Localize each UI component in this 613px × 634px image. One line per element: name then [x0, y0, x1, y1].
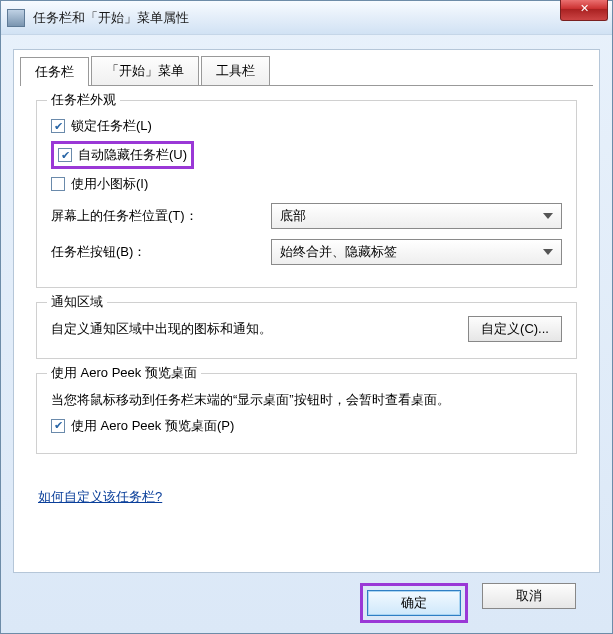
label-aero-peek: 使用 Aero Peek 预览桌面(P) [71, 417, 234, 435]
window-icon [7, 9, 25, 27]
label-small-icons: 使用小图标(I) [71, 175, 148, 193]
notify-desc: 自定义通知区域中出现的图标和通知。 [51, 319, 456, 340]
select-buttons-value: 始终合并、隐藏标签 [280, 243, 397, 261]
checkbox-small-icons[interactable] [51, 177, 65, 191]
content-area: 任务栏 「开始」菜单 工具栏 任务栏外观 锁定任务栏(L) 自动隐藏任务栏(U) [13, 49, 600, 573]
window-title: 任务栏和「开始」菜单属性 [33, 9, 189, 27]
select-buttons[interactable]: 始终合并、隐藏标签 [271, 239, 562, 265]
customize-button[interactable]: 自定义(C)... [468, 316, 562, 342]
row-autohide: 自动隐藏任务栏(U) [51, 141, 562, 169]
properties-dialog: 任务栏和「开始」菜单属性 ✕ 任务栏 「开始」菜单 工具栏 任务栏外观 锁定任务… [0, 0, 613, 634]
label-buttons: 任务栏按钮(B)： [51, 243, 271, 261]
help-link[interactable]: 如何自定义该任务栏? [38, 488, 162, 506]
select-position[interactable]: 底部 [271, 203, 562, 229]
chevron-down-icon [543, 213, 553, 219]
label-autohide: 自动隐藏任务栏(U) [78, 146, 187, 164]
highlight-ok: 确定 [360, 583, 468, 623]
label-position: 屏幕上的任务栏位置(T)： [51, 207, 271, 225]
close-button[interactable]: ✕ [560, 0, 608, 21]
group-notify: 通知区域 自定义通知区域中出现的图标和通知。 自定义(C)... [36, 302, 577, 359]
highlight-autohide: 自动隐藏任务栏(U) [51, 141, 194, 169]
row-small-icons: 使用小图标(I) [51, 175, 562, 193]
row-buttons: 任务栏按钮(B)： 始终合并、隐藏标签 [51, 239, 562, 265]
aero-desc: 当您将鼠标移动到任务栏末端的“显示桌面”按钮时，会暂时查看桌面。 [51, 390, 562, 411]
tab-start-menu[interactable]: 「开始」菜单 [91, 56, 199, 85]
group-appearance: 任务栏外观 锁定任务栏(L) 自动隐藏任务栏(U) 使用小图标(I) [36, 100, 577, 288]
titlebar: 任务栏和「开始」菜单属性 ✕ [1, 1, 612, 35]
dialog-footer: 确定 取消 [1, 583, 612, 623]
group-notify-legend: 通知区域 [47, 293, 107, 311]
checkbox-lock-taskbar[interactable] [51, 119, 65, 133]
tab-pane: 任务栏外观 锁定任务栏(L) 自动隐藏任务栏(U) 使用小图标(I) [20, 85, 593, 474]
group-aero: 使用 Aero Peek 预览桌面 当您将鼠标移动到任务栏末端的“显示桌面”按钮… [36, 373, 577, 454]
tab-taskbar[interactable]: 任务栏 [20, 57, 89, 86]
chevron-down-icon [543, 249, 553, 255]
ok-button[interactable]: 确定 [367, 590, 461, 616]
checkbox-aero-peek[interactable] [51, 419, 65, 433]
select-position-value: 底部 [280, 207, 306, 225]
row-position: 屏幕上的任务栏位置(T)： 底部 [51, 203, 562, 229]
cancel-button[interactable]: 取消 [482, 583, 576, 609]
row-aero-peek: 使用 Aero Peek 预览桌面(P) [51, 417, 562, 435]
checkbox-autohide[interactable] [58, 148, 72, 162]
tab-strip: 任务栏 「开始」菜单 工具栏 [14, 50, 599, 85]
tab-toolbar[interactable]: 工具栏 [201, 56, 270, 85]
group-aero-legend: 使用 Aero Peek 预览桌面 [47, 364, 201, 382]
row-lock-taskbar: 锁定任务栏(L) [51, 117, 562, 135]
label-lock-taskbar: 锁定任务栏(L) [71, 117, 152, 135]
group-appearance-legend: 任务栏外观 [47, 91, 120, 109]
